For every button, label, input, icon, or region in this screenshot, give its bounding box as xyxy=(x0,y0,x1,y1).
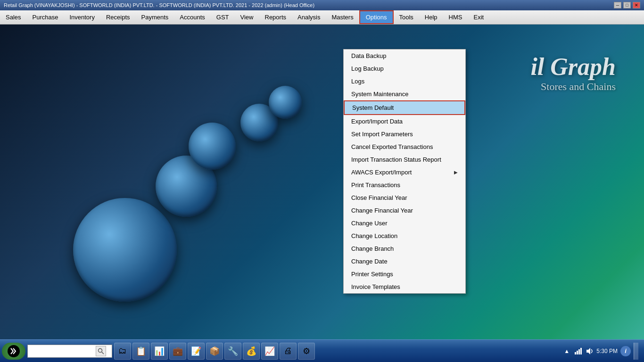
taskbar-search[interactable] xyxy=(27,345,112,358)
dropdown-item-label: Import Transaction Status Report xyxy=(351,156,441,163)
dropdown-item-export-import-data[interactable]: Export/Import Data xyxy=(344,115,465,128)
svg-rect-4 xyxy=(577,351,578,354)
volume-tray-icon[interactable] xyxy=(585,347,594,355)
menu-item-masters[interactable]: Masters xyxy=(326,10,359,24)
dropdown-item-label: System Default xyxy=(352,104,394,111)
maximize-button[interactable]: □ xyxy=(623,2,631,8)
app4-icon[interactable]: 📝 xyxy=(188,343,205,360)
menu-item-view[interactable]: View xyxy=(235,10,259,24)
shell-icon[interactable]: 🗂 xyxy=(114,343,131,360)
svg-marker-7 xyxy=(586,348,590,354)
menu-item-payments[interactable]: Payments xyxy=(136,10,174,24)
dropdown-item-import-transaction-status-report[interactable]: Import Transaction Status Report xyxy=(344,153,465,166)
dropdown-item-label: Change Location xyxy=(351,232,397,239)
dropdown-item-label: Logs xyxy=(351,78,364,85)
info-button[interactable]: i xyxy=(620,346,631,356)
logo-sub: Stores and Chains xyxy=(530,81,616,93)
menu-item-analysis[interactable]: Analysis xyxy=(292,10,326,24)
dropdown-item-change-location[interactable]: Change Location xyxy=(344,230,465,242)
dropdown-item-label: Change Date xyxy=(351,258,388,265)
dropdown-item-change-financial-year[interactable]: Change Financial Year xyxy=(344,204,465,217)
dropdown-item-label: Change User xyxy=(351,220,388,227)
dropdown-item-change-user[interactable]: Change User xyxy=(344,217,465,230)
menu-item-gst[interactable]: GST xyxy=(211,10,235,24)
menu-item-sales[interactable]: Sales xyxy=(0,10,27,24)
dropdown-item-label: AWACS Export/Import xyxy=(351,169,412,176)
menu-item-receipts[interactable]: Receipts xyxy=(100,10,136,24)
dropdown-item-log-backup[interactable]: Log Backup xyxy=(344,62,465,75)
dropdown-item-label: Set Import Parameters xyxy=(351,131,413,138)
dropdown-item-system-maintenance[interactable]: System Maintenance xyxy=(344,88,465,100)
submenu-arrow-icon: ▶ xyxy=(454,170,458,175)
menu-item-hms[interactable]: HMS xyxy=(443,10,468,24)
dropdown-item-change-date[interactable]: Change Date xyxy=(344,255,465,268)
svg-rect-6 xyxy=(580,348,582,354)
ball-3 xyxy=(189,123,236,170)
system-tray: ▲ 5:30 PM i xyxy=(559,343,642,360)
taskbar: 🗂📋📊💼📝📦🔧💰📈🖨⚙ ▲ 5:30 PM i xyxy=(0,339,644,362)
app5-icon[interactable]: 📦 xyxy=(206,343,223,360)
dropdown-item-label: Change Branch xyxy=(351,245,394,252)
dropdown-item-label: Print Transactions xyxy=(351,181,400,189)
dropdown-item-system-default[interactable]: System Default xyxy=(344,100,465,115)
app3-icon[interactable]: 💼 xyxy=(169,343,186,360)
menu-item-accounts[interactable]: Accounts xyxy=(174,10,210,24)
app10-icon[interactable]: ⚙ xyxy=(298,343,315,360)
dropdown-item-data-backup[interactable]: Data Backup xyxy=(344,49,465,62)
dropdown-item-printer-settings[interactable]: Printer Settings xyxy=(344,268,465,280)
svg-rect-3 xyxy=(575,352,576,354)
show-desktop-button[interactable] xyxy=(634,343,638,360)
app7-icon[interactable]: 💰 xyxy=(243,343,260,360)
menu-item-options[interactable]: Options xyxy=(359,10,394,24)
tray-up-arrow[interactable]: ▲ xyxy=(562,347,571,355)
logo-main: il Graph xyxy=(530,53,616,81)
ball-1 xyxy=(73,198,177,302)
svg-rect-5 xyxy=(578,349,580,354)
app6-icon[interactable]: 🔧 xyxy=(224,343,241,360)
title-bar: Retail Graph (VINAYAKJOSHI) - SOFTWORLD … xyxy=(0,0,644,10)
search-button[interactable] xyxy=(96,346,106,356)
dropdown-item-print-transactions[interactable]: Print Transactions xyxy=(344,179,465,191)
dropdown-item-set-import-parameters[interactable]: Set Import Parameters xyxy=(344,128,465,140)
dropdown-item-close-financial-year[interactable]: Close Financial Year xyxy=(344,191,465,204)
menu-item-reports[interactable]: Reports xyxy=(259,10,292,24)
options-dropdown: Data BackupLog BackupLogsSystem Maintena… xyxy=(343,49,466,294)
close-button[interactable]: ✕ xyxy=(633,2,640,8)
desktop: il Graph Stores and Chains Data BackupLo… xyxy=(0,25,644,339)
dropdown-item-label: Invoice Templates xyxy=(351,283,400,290)
dropdown-item-change-branch[interactable]: Change Branch xyxy=(344,242,465,255)
ball-5 xyxy=(269,86,302,119)
menu-item-inventory[interactable]: Inventory xyxy=(64,10,100,24)
dropdown-item-label: Log Backup xyxy=(351,65,384,72)
search-input[interactable] xyxy=(30,348,96,354)
dropdown-item-label: Close Financial Year xyxy=(351,194,407,201)
dropdown-item-invoice-templates[interactable]: Invoice Templates xyxy=(344,280,465,293)
logo-area: il Graph Stores and Chains xyxy=(530,53,616,93)
dropdown-item-label: Cancel Exported Transactions xyxy=(351,143,433,150)
menu-item-purchase[interactable]: Purchase xyxy=(27,10,64,24)
dropdown-item-cancel-exported-transactions[interactable]: Cancel Exported Transactions xyxy=(344,140,465,153)
taskbar-icons: 🗂📋📊💼📝📦🔧💰📈🖨⚙ xyxy=(114,343,559,360)
minimize-button[interactable]: ─ xyxy=(614,2,621,8)
app8-icon[interactable]: 📈 xyxy=(261,343,278,360)
menu-item-tools[interactable]: Tools xyxy=(394,10,419,24)
dropdown-item-label: Change Financial Year xyxy=(351,207,413,214)
svg-line-2 xyxy=(102,352,104,354)
dropdown-item-label: System Maintenance xyxy=(351,90,408,98)
dropdown-item-awacs-export-import[interactable]: AWACS Export/Import▶ xyxy=(344,166,465,179)
dropdown-item-logs[interactable]: Logs xyxy=(344,75,465,88)
menu-item-help[interactable]: Help xyxy=(419,10,443,24)
network-tray-icon[interactable] xyxy=(574,347,582,355)
start-button[interactable] xyxy=(2,343,25,360)
app1-icon[interactable]: 📋 xyxy=(132,343,149,360)
dropdown-item-label: Data Backup xyxy=(351,52,386,59)
app9-icon[interactable]: 🖨 xyxy=(280,343,297,360)
title-controls: ─ □ ✕ xyxy=(614,2,640,8)
svg-point-1 xyxy=(99,348,102,352)
clock[interactable]: 5:30 PM xyxy=(596,348,618,354)
menu-item-exit[interactable]: Exit xyxy=(468,10,490,24)
dropdown-item-label: Printer Settings xyxy=(351,271,393,278)
app2-icon[interactable]: 📊 xyxy=(151,343,168,360)
title-text: Retail Graph (VINAYAKJOSHI) - SOFTWORLD … xyxy=(4,2,314,8)
menu-bar: SalesPurchaseInventoryReceiptsPaymentsAc… xyxy=(0,10,644,25)
